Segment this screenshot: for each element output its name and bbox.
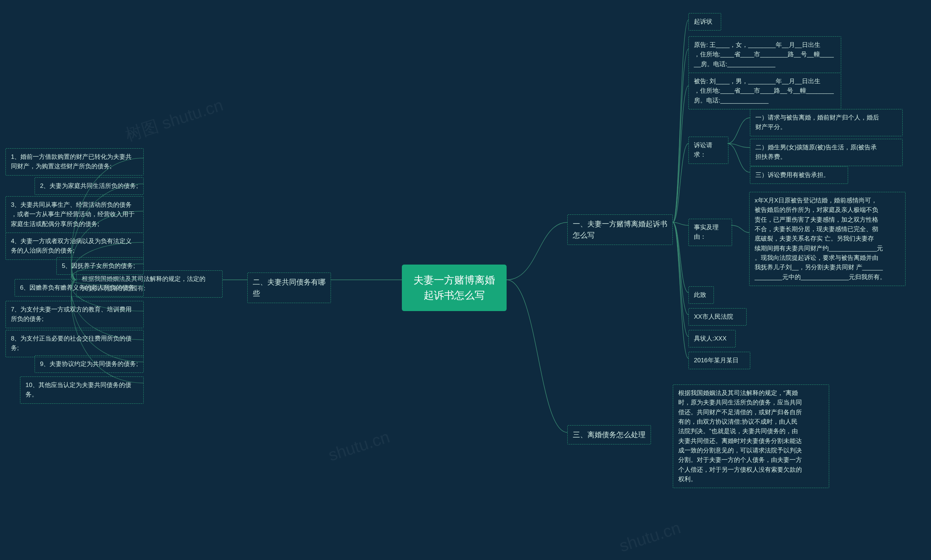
b2-item-4: 4、夫妻一方或者双方治病以及为负有法定义 务的人治病所负的债务; [5,232,143,260]
b1-riqi: 2016年某月某日 [688,352,750,369]
b1-susong-1: 一）请求与被告离婚，婚前财产归个人，婚后 财产平分。 [750,109,903,136]
b1-qisu: 起诉状 [688,13,721,31]
b1-plaintiff: 原告: 王____，女，________年__月__日出生 ，住所地:____省… [688,36,841,73]
root-node: 夫妻一方赌博离婚起诉书怎么写 [402,265,507,311]
watermark: 树图 shutu.cn [123,94,226,146]
mindmap-canvas: 树图 shutu.cn shutu.cn shutu.cn [0,0,931,560]
b1-shishi-body: x年X月X日原被告登记结婚，婚前感情尚可， 被告婚后的所作所为，对家庭及亲人极端… [749,192,906,286]
b2-item-3: 3、夫妻共同从事生产、经营活动所负的债务 ，或者一方从事生产经营活动，经营收入用… [5,196,143,233]
branch-2-title: 二、夫妻共同债务有哪些 [247,272,331,303]
b2-item-7: 7、为支付夫妻一方或双方的教育、培训费用 所负的债务; [5,301,143,328]
watermark: shutu.cn [617,517,683,555]
b2-item-8: 8、为支付正当必要的社会交往费用所负的债 务; [5,330,143,357]
b1-susong-3: 三）诉讼费用有被告承担。 [750,166,848,184]
branch-1-title: 一、夫妻一方赌博离婚起诉书怎么写 [567,214,673,245]
branch-3-title: 三、离婚债务怎么处理 [567,425,651,445]
b1-susong-2: 二）婚生男(女)孩随原(被)告生活，原(被告承 担扶养费。 [750,139,903,166]
b2-item-9: 9、夫妻协议约定为共同债务的债务; [35,355,143,373]
b1-juzhuangren: 具状人:XXX [688,330,736,348]
b1-susong-label: 诉讼请求： [688,137,728,164]
branch-3-body: 根据我国婚姻法及其司法解释的规定，“离婚 时，原为夫妻共同生活所负的债务，应当共… [673,385,829,488]
b2-item-2: 2、夫妻为家庭共同生活所负的债务; [35,177,143,195]
b1-fayuan: XX市人民法院 [688,308,747,326]
b1-shishi-label: 事实及理由： [688,219,732,246]
b1-defendant: 被告: 刘____，男，________年__月__日出生 ，住所地:____省… [688,73,841,109]
b1-cizhi: 此致 [688,286,714,304]
b2-item-5: 5、因抚养子女所负的债务; [56,257,143,275]
watermark: shutu.cn [326,427,392,465]
b2-item-1: 1、婚前一方借款购置的财产已转化为夫妻共 同财产，为购置这些财产所负的债务; [5,148,143,175]
b2-item-10: 10、其他应当认定为夫妻共同债务的债务。 [20,377,143,404]
b2-item-6: 6、因赡养负有赡养义务的老人所负的债务; [15,279,143,297]
